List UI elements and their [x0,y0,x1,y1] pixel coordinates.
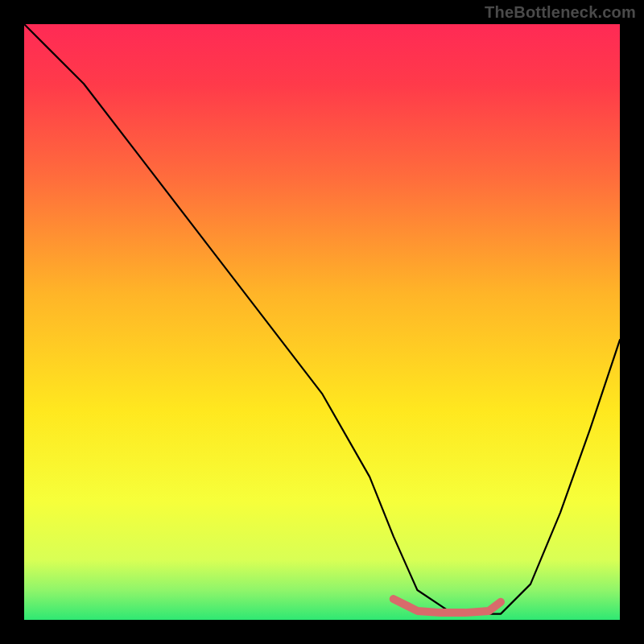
watermark-text: TheBottleneck.com [485,3,636,22]
chart-container: TheBottleneck.com [0,0,644,644]
main-curve [24,24,620,614]
highlight-curve [394,599,501,613]
curves-layer [24,24,620,620]
plot-area [24,24,620,620]
